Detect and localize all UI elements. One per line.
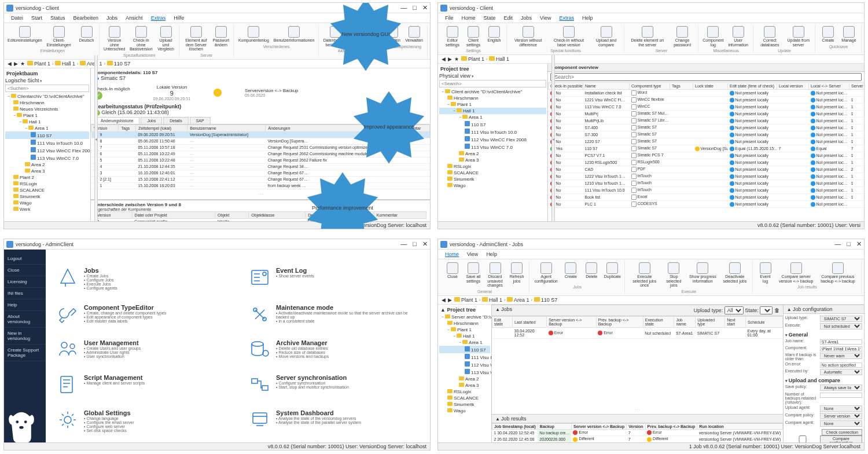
- tree-search-input[interactable]: [439, 80, 546, 87]
- tree-node[interactable]: −Hall 1: [439, 333, 490, 339]
- nav-back-icon[interactable]: ◀: [442, 56, 446, 62]
- menu-item[interactable]: Help: [579, 14, 597, 21]
- ribbon-button[interactable]: Change password: [669, 25, 696, 48]
- tree-node[interactable]: Sinumerik: [5, 193, 89, 200]
- tree-node[interactable]: −Server archive "D:\vdServerArchive": [439, 314, 490, 320]
- ribbon-button[interactable]: Compare previous backup <-> backup: [817, 261, 859, 284]
- ribbon-button[interactable]: Event log: [756, 261, 775, 284]
- nav-fwd-icon[interactable]: ▶: [448, 56, 452, 62]
- crumb-segment[interactable]: Plant 1: [468, 56, 484, 62]
- crumb-segment[interactable]: Hall 1: [496, 56, 509, 62]
- tree-node[interactable]: SCALANCE: [439, 395, 490, 401]
- cfg-nbk-input[interactable]: [820, 393, 862, 398]
- col-header[interactable]: Schedule: [746, 317, 783, 328]
- tree-node[interactable]: RSLogix: [439, 389, 490, 395]
- col-header[interactable]: Server version <-> Backup: [547, 317, 597, 328]
- col-header[interactable]: Kommentar: [374, 211, 426, 218]
- hub-card[interactable]: Global SettingsChange languageConfigure …: [57, 409, 226, 433]
- sidenav-item[interactable]: Create Support Package: [4, 345, 46, 361]
- tab[interactable]: Jobs: [141, 117, 162, 124]
- col-header[interactable]: Job timestamp (local): [492, 424, 538, 430]
- ribbon-button[interactable]: Client settings: [464, 25, 483, 48]
- cfg-savepol-select[interactable]: Always save backup (overwriting pre: [820, 385, 862, 391]
- close-button[interactable]: ✕: [422, 240, 428, 248]
- menu-item[interactable]: Jobs: [103, 14, 121, 21]
- overview-row[interactable]: Yes110 S7Simatic S7VersionDog [Su…Equal …: [549, 145, 865, 152]
- col-header[interactable]: Objekt: [215, 211, 248, 218]
- col-header[interactable]: Next start: [725, 317, 746, 328]
- ribbon-button[interactable]: Benutzerinformationen: [272, 25, 316, 44]
- tree-node[interactable]: Wago: [5, 200, 89, 206]
- check-connection-button[interactable]: Check connection: [822, 429, 862, 435]
- sidenav-item[interactable]: INI files: [4, 288, 46, 299]
- tree-node[interactable]: 112 Visu WinCC Flex 2008: [439, 136, 546, 143]
- overview-row[interactable]: No1230 RSLogix500RSLogix500Not present l…: [549, 159, 865, 166]
- tree-node[interactable]: Hirschmann: [439, 95, 546, 101]
- overview-row[interactable]: NoMultiPrjSimatic S7 Mul…Not present loc…: [549, 111, 865, 118]
- overview-row[interactable]: NoPLC 1CODESYSNot present locallyNot pre…: [549, 201, 865, 208]
- crumb-segment[interactable]: Hall 1: [62, 61, 75, 67]
- ribbon-button[interactable]: Upload and compare: [591, 25, 621, 48]
- tree-view-mode[interactable]: Logische Sicht: [5, 78, 39, 83]
- tree-node[interactable]: −Hall 1: [439, 108, 546, 114]
- hub-card[interactable]: JobsCreate JobsConfigure JobsExecute Job…: [57, 267, 226, 290]
- tree-node[interactable]: RSLogix: [439, 163, 546, 170]
- job-cell[interactable]: Error: [547, 328, 597, 339]
- ribbon-button[interactable]: English: [484, 25, 504, 48]
- ribbon-button[interactable]: Komponentenlog: [237, 25, 271, 44]
- col-header[interactable]: Edit state (time of check): [728, 83, 777, 90]
- titlebar[interactable]: versiondog - Client: [438, 3, 864, 13]
- col-header[interactable]: Run location: [697, 424, 782, 430]
- menu-item[interactable]: Bearbeiten: [70, 14, 102, 21]
- job-cell[interactable]: 30.04.2020 12:52: [513, 328, 547, 339]
- hub-card[interactable]: Server synchronisationConfigure synchron…: [249, 374, 418, 395]
- ribbon-button[interactable]: Stop selected jobs: [662, 261, 685, 289]
- filter-icon[interactable]: 🗑: [774, 307, 779, 313]
- tree-node[interactable]: Werk: [5, 206, 89, 213]
- job-cell[interactable]: Not scheduled: [643, 328, 674, 339]
- ribbon-button[interactable]: Element auf dem Server löschen: [182, 25, 210, 53]
- drag-handle-icon[interactable]: ⋯: [492, 406, 783, 414]
- ribbon-button[interactable]: Version without difference: [510, 25, 546, 48]
- tree-node[interactable]: Area 2: [439, 376, 490, 382]
- tree-node[interactable]: −Client archive "D:\vdClientArchive": [439, 89, 546, 95]
- tree-node[interactable]: Area 3: [439, 157, 546, 163]
- job-cell[interactable]: Every day, at 01:00: [746, 328, 783, 339]
- col-header[interactable]: Execution state: [643, 317, 674, 328]
- menu-item[interactable]: Extras: [148, 14, 170, 21]
- maximize-button[interactable]: □: [413, 4, 417, 12]
- nav-fwd-icon[interactable]: ▶: [448, 297, 452, 303]
- hub-card[interactable]: Component TypeEditorCreate, change and d…: [57, 304, 226, 325]
- tab[interactable]: Änderungshistorie: [94, 117, 139, 124]
- ribbon-button[interactable]: Passwort ändern: [211, 25, 231, 53]
- close-button[interactable]: ✕: [422, 4, 428, 12]
- cfg-section-general[interactable]: General: [789, 332, 808, 338]
- ribbon-button[interactable]: User information: [726, 25, 751, 48]
- jobs-table[interactable]: Edit stateLast startedServer version <->…: [492, 316, 783, 339]
- menu-item[interactable]: Extras: [556, 14, 578, 21]
- col-header[interactable]: Local <-> Server: [809, 83, 849, 90]
- overview-row[interactable]: NoS7-400Simatic S7Not present locallyNot…: [549, 125, 865, 131]
- menu-item[interactable]: Help: [483, 251, 501, 258]
- menu-item[interactable]: State: [480, 14, 499, 21]
- sidenav-item[interactable]: About versiondog: [4, 311, 46, 328]
- breadcrumb[interactable]: ◀ ▶ ★ Plant 1 › Hall 1: [438, 55, 864, 64]
- ribbon-button[interactable]: Update from server: [785, 25, 812, 48]
- close-button[interactable]: ✕: [856, 240, 862, 248]
- tree-node[interactable]: 111 Visu InTouch 10.0: [5, 139, 89, 147]
- tree-node[interactable]: Hirschmann: [439, 320, 490, 327]
- col-header[interactable]: Backup: [538, 424, 571, 430]
- tree-node[interactable]: Wago: [439, 182, 546, 189]
- cfg-section-upload[interactable]: Upload and compare: [789, 378, 840, 383]
- ribbon-button[interactable]: Create: [561, 261, 580, 284]
- ribbon-button[interactable]: Correct databases: [756, 25, 783, 48]
- tree-node[interactable]: −Plant 1: [439, 327, 490, 333]
- cfg-warn-select[interactable]: Never warn: [820, 353, 862, 359]
- ribbon-button[interactable]: Compare server version <-> backup: [777, 261, 816, 284]
- state-select[interactable]: [760, 306, 773, 314]
- overview-row[interactable]: NoInstallation check listWordNot present…: [549, 90, 865, 97]
- nav-home-icon[interactable]: ★: [454, 56, 459, 62]
- cfg-jobname-input[interactable]: [820, 339, 862, 345]
- nav-home-icon[interactable]: ★: [20, 61, 25, 67]
- hub-card[interactable]: Script ManagementManage client and serve…: [57, 374, 226, 395]
